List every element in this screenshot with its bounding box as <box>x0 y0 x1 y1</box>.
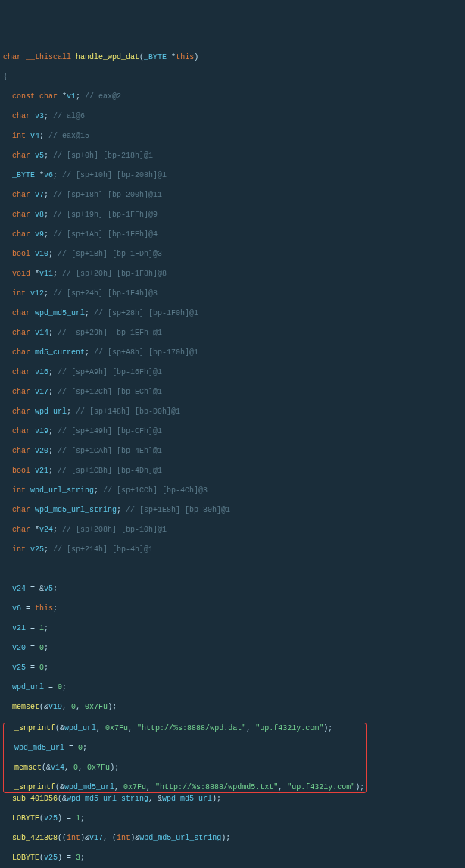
code-line: int v25; // [sp+214h] [bp-4h]@1 <box>3 545 462 554</box>
code-line: int wpd_url_string; // [sp+1CCh] [bp-4Ch… <box>3 486 462 495</box>
code-line: char v20; // [sp+1CAh] [bp-4Eh]@1 <box>3 446 462 456</box>
code-line: v25 = 0; <box>3 663 462 673</box>
code-line: memset(&v19, 0, 0x7Fu); <box>3 702 462 712</box>
code-line: sub_401D56(&wpd_md5_url_string, &wpd_md5… <box>3 794 462 804</box>
code-line: v20 = 0; <box>3 643 462 653</box>
code-line: char v19; // [sp+149h] [bp-CFh]@1 <box>3 426 462 436</box>
code-line <box>3 564 462 574</box>
code-line: char wpd_md5_url; // [sp+28h] [bp-1F0h]@… <box>3 308 462 318</box>
code-line: void *v11; // [sp+20h] [bp-1F8h]@8 <box>3 269 462 279</box>
code-line: char __thiscall handle_wpd_dat(_BYTE *th… <box>3 52 462 62</box>
code-line: char v5; // [sp+0h] [bp-218h]@1 <box>3 151 462 161</box>
highlight-box-url-construct: _snprintf(&wpd_url, 0x7Fu, "http://%s:88… <box>3 723 367 793</box>
code-line: bool v10; // [sp+1Bh] [bp-1FDh]@3 <box>3 249 462 259</box>
code-line: char *v24; // [sp+208h] [bp-10h]@1 <box>3 525 462 535</box>
code-line: char v9; // [sp+1Ah] [bp-1FEh]@4 <box>3 229 462 239</box>
code-line: char v3; // al@6 <box>3 111 462 121</box>
code-view: char __thiscall handle_wpd_dat(_BYTE *th… <box>3 42 462 868</box>
wpd-dat-url-fmt: "http://%s:8888/wpd.dat" <box>137 724 246 732</box>
host-string: "up.f4321y.com" <box>255 724 323 732</box>
code-line: char v17; // [sp+12Ch] [bp-ECh]@1 <box>3 387 462 397</box>
code-line: LOBYTE(v25) = 1; <box>3 813 462 823</box>
host-string: "up.f4321y.com" <box>287 783 355 792</box>
code-line: const char *v1; // eax@2 <box>3 92 462 101</box>
code-line: char md5_current; // [sp+A8h] [bp-170h]@… <box>3 348 462 358</box>
code-line: char v16; // [sp+A9h] [bp-16Fh]@1 <box>3 367 462 377</box>
code-line: char wpd_url; // [sp+148h] [bp-D0h]@1 <box>3 407 462 417</box>
code-line: sub_4213C8((int)&v17, (int)&wpd_md5_url_… <box>3 833 462 843</box>
code-line: char v7; // [sp+18h] [bp-200h]@11 <box>3 190 462 200</box>
code-line: int v4; // eax@15 <box>3 131 462 141</box>
code-line: char wpd_md5_url_string; // [sp+1E8h] [b… <box>3 505 462 515</box>
code-line: v24 = &v5; <box>3 584 462 594</box>
wpdmd5-url-fmt: "http://%s:8888/wpdmd5.txt" <box>155 783 278 792</box>
code-line: LOBYTE(v25) = 3; <box>3 853 462 863</box>
code-line: char v14; // [sp+29h] [bp-1EFh]@1 <box>3 328 462 338</box>
code-line: { <box>3 72 462 82</box>
code-line: v21 = 1; <box>3 623 462 633</box>
code-line: v6 = this; <box>3 604 462 614</box>
code-line: int v12; // [sp+24h] [bp-1F4h]@8 <box>3 289 462 298</box>
code-line: bool v21; // [sp+1CBh] [bp-4Dh]@1 <box>3 466 462 476</box>
code-line: wpd_url = 0; <box>3 682 462 692</box>
code-line: char v8; // [sp+19h] [bp-1FFh]@9 <box>3 210 462 220</box>
code-line: _BYTE *v6; // [sp+10h] [bp-208h]@1 <box>3 170 462 180</box>
